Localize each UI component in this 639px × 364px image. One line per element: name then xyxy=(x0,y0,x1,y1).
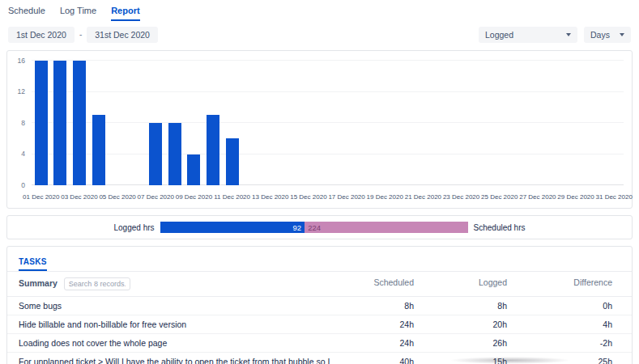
bar-slot xyxy=(490,61,509,185)
bar-02 Dec 2020[interactable] xyxy=(53,61,66,185)
metric-select[interactable]: Logged xyxy=(479,27,577,43)
cell-logged: 20h xyxy=(433,315,526,334)
cell-logged: 15h xyxy=(433,353,526,364)
bar-08 Dec 2020[interactable] xyxy=(168,123,181,185)
logged-hrs-label: Logged hrs xyxy=(114,223,155,232)
cell-scheduled: 40h xyxy=(340,353,433,364)
chevron-down-icon xyxy=(566,33,571,36)
x-tick-label: 15 Dec 2020 xyxy=(290,193,326,201)
progress-scheduled-segment[interactable]: 224 xyxy=(305,222,467,233)
x-tick-label: 31 Dec 2020 xyxy=(596,193,633,201)
bar-slot xyxy=(223,61,242,185)
cell-scheduled: 24h xyxy=(340,315,433,334)
cell-scheduled: 24h xyxy=(340,334,433,353)
tab-report[interactable]: Report xyxy=(111,6,139,21)
table-row[interactable]: For unplanned ticket > Will I have the a… xyxy=(7,353,632,364)
bar-07 Dec 2020[interactable] xyxy=(149,123,162,185)
x-tick-label: 25 Dec 2020 xyxy=(481,193,518,201)
x-tick-label: 23 Dec 2020 xyxy=(443,193,479,201)
chevron-down-icon xyxy=(620,33,624,36)
bar-slot xyxy=(356,61,376,185)
bar-slot xyxy=(471,61,490,185)
column-header-summary[interactable]: Summary xyxy=(7,272,340,297)
column-header-logged[interactable]: Logged xyxy=(433,272,526,297)
bar-slot xyxy=(32,61,51,185)
report-page: { "tabs": [ {"label": "Schedule", "activ… xyxy=(0,0,639,364)
date-to-button[interactable]: 31st Dec 2020 xyxy=(87,27,158,43)
tasks-tbody: Some bugs8h8h0hHide billable and non-bil… xyxy=(7,297,632,364)
tasks-header-row: Summary Scheduled Logged Difference xyxy=(7,272,632,297)
bar-slot xyxy=(337,61,356,185)
progress-logged-segment[interactable]: 92 xyxy=(160,222,305,233)
toolbar: 1st Dec 2020 - 31st Dec 2020 Logged Days xyxy=(0,21,639,44)
bar-slot xyxy=(280,61,300,185)
x-axis: 01 Dec 202003 Dec 202005 Dec 202007 Dec … xyxy=(32,193,624,202)
bar-slot xyxy=(566,61,586,185)
x-tick-label: 29 Dec 2020 xyxy=(557,193,594,201)
metric-select-value: Logged xyxy=(485,30,513,40)
bar-slot xyxy=(203,61,223,185)
bar-10 Dec 2020[interactable] xyxy=(207,115,219,185)
hours-progress-bar: 92 224 xyxy=(160,222,468,233)
tab-log-time[interactable]: Log Time xyxy=(60,6,96,21)
table-row[interactable]: Hide billable and non-billable for free … xyxy=(7,315,632,334)
x-tick-label: 03 Dec 2020 xyxy=(61,193,97,201)
bar-slot xyxy=(89,61,109,185)
x-tick-label: 09 Dec 2020 xyxy=(176,193,212,201)
bar-slot xyxy=(299,61,318,185)
bar-slot xyxy=(586,61,605,185)
tasks-panel: TASKS Summary Scheduled Logged Differenc… xyxy=(6,246,633,364)
bar-slot xyxy=(547,61,567,185)
date-from-button[interactable]: 1st Dec 2020 xyxy=(8,27,75,43)
tasks-section-tab[interactable]: TASKS xyxy=(19,257,47,271)
cell-difference: -2h xyxy=(526,334,632,353)
bar-slot xyxy=(108,61,127,185)
logged-hours-value: 92 xyxy=(293,223,302,232)
bar-01 Dec 2020[interactable] xyxy=(35,61,48,185)
bar-slot xyxy=(318,61,338,185)
filter-controls: Logged Days xyxy=(479,27,631,43)
bar-slot xyxy=(375,61,394,185)
search-input[interactable] xyxy=(64,277,130,290)
cell-summary: For unplanned ticket > Will I have the a… xyxy=(7,353,340,364)
table-row[interactable]: Some bugs8h8h0h xyxy=(7,297,632,315)
bar-slot xyxy=(261,61,280,185)
chart-plot xyxy=(32,61,624,185)
bar-slot xyxy=(241,61,261,185)
y-tick-label: 16 xyxy=(18,57,25,65)
summary-column-label: Summary xyxy=(19,278,58,288)
cell-summary: Hide billable and non-billable for free … xyxy=(7,315,340,334)
bar-slot xyxy=(394,61,414,185)
cell-summary: Loading does not cover the whole page xyxy=(7,334,340,353)
chart-bars xyxy=(32,61,624,185)
bar-slot xyxy=(452,61,471,185)
y-tick-label: 12 xyxy=(18,88,25,95)
table-row[interactable]: Loading does not cover the whole page24h… xyxy=(7,334,632,353)
bar-slot xyxy=(509,61,528,185)
column-header-scheduled[interactable]: Scheduled xyxy=(340,272,433,297)
bar-04 Dec 2020[interactable] xyxy=(92,115,105,185)
bar-03 Dec 2020[interactable] xyxy=(73,61,86,185)
column-header-difference[interactable]: Difference xyxy=(526,272,632,297)
y-tick-label: 4 xyxy=(21,150,25,158)
bar-slot xyxy=(165,61,185,185)
bar-11 Dec 2020[interactable] xyxy=(226,138,239,185)
bar-09 Dec 2020[interactable] xyxy=(187,154,200,186)
bar-slot xyxy=(146,61,165,185)
bar-slot xyxy=(528,61,547,185)
x-tick-label: 21 Dec 2020 xyxy=(405,193,441,201)
y-tick-label: 0 xyxy=(21,182,25,189)
date-range-separator: - xyxy=(79,30,82,39)
bar-slot xyxy=(604,61,624,185)
date-range: 1st Dec 2020 - 31st Dec 2020 xyxy=(8,27,158,43)
bar-slot xyxy=(51,61,70,185)
cell-difference: 0h xyxy=(526,297,632,315)
y-axis: 0481216 xyxy=(11,61,28,185)
tasks-table: Summary Scheduled Logged Difference Some… xyxy=(7,271,632,364)
scheduled-hrs-label: Scheduled hrs xyxy=(474,223,526,232)
tab-schedule[interactable]: Schedule xyxy=(8,6,45,21)
x-tick-label: 01 Dec 2020 xyxy=(23,193,59,201)
hours-summary-panel: Logged hrs 92 224 Scheduled hrs xyxy=(6,215,633,239)
interval-select[interactable]: Days xyxy=(584,27,631,43)
x-tick-label: 11 Dec 2020 xyxy=(214,193,250,201)
